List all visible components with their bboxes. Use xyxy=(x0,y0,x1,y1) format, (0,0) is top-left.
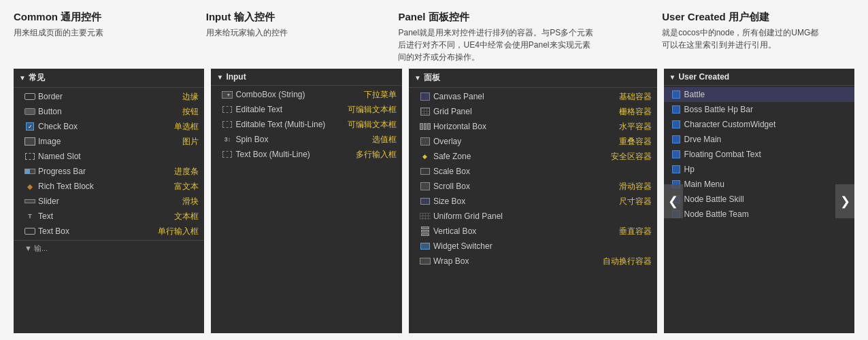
item-hp[interactable]: Hp xyxy=(664,162,854,177)
user-created-panel-title: User Created xyxy=(678,72,729,82)
item-editable-text-multi[interactable]: Editable Text (Multi-Line) 可编辑文本框 xyxy=(211,117,401,132)
item-checkbox[interactable]: ✓ Check Box 单选框 xyxy=(14,119,204,134)
image-label: Image xyxy=(38,137,180,146)
editable-text-cn: 可编辑文本框 xyxy=(348,104,397,116)
item-textbox[interactable]: Text Box 单行输入框 xyxy=(14,224,204,239)
common-panel-title: 常见 xyxy=(29,72,45,84)
item-uniform-grid[interactable]: Uniform Grid Panel xyxy=(409,209,657,224)
item-textbox-multi[interactable]: Text Box (Multi-Line) 多行输入框 xyxy=(211,147,401,162)
common-panel-body: Border 边缘 Button 按钮 ✓ Check Box 单选框 Imag… xyxy=(14,88,204,256)
spinbox-cn: 选值框 xyxy=(372,134,397,146)
item-drve-main[interactable]: Drve Main xyxy=(664,132,854,147)
size-box-icon xyxy=(420,197,431,206)
character-custom-label: Character CustomWidget xyxy=(684,120,849,129)
slider-cn: 滑块 xyxy=(182,196,199,207)
item-size-box[interactable]: Size Box 尺寸容器 xyxy=(409,194,657,209)
user-created-desc: 就是cocos中的node，所有创建过的UMG都可以在这里索引到并进行引用。 xyxy=(662,27,825,51)
slider-label: Slider xyxy=(38,197,180,206)
top-section: Common 通用控件 用来组成页面的主要元素 Input 输入控件 用来给玩家… xyxy=(0,0,868,69)
item-wrap-box[interactable]: Wrap Box 自动换行容器 xyxy=(409,254,657,269)
wrap-box-cn: 自动换行容器 xyxy=(603,256,652,267)
input-panel-body: ▼ ComboBox (String) 下拉菜单 Editable Text 可… xyxy=(211,86,401,163)
item-slider[interactable]: Slider 滑块 xyxy=(14,194,204,209)
item-combobox[interactable]: ▼ ComboBox (String) 下拉菜单 xyxy=(211,87,401,102)
item-main-menu[interactable]: Main Menu xyxy=(664,177,854,192)
item-named-slot[interactable]: Named Slot xyxy=(14,149,204,164)
common-title: Common 通用控件 xyxy=(14,11,193,24)
scale-box-icon xyxy=(420,167,431,176)
user-created-category: User Created 用户创建 就是cocos中的node，所有创建过的UM… xyxy=(662,11,854,63)
item-border[interactable]: Border 边缘 xyxy=(14,89,204,104)
item-grid-panel[interactable]: Grid Panel 栅格容器 xyxy=(409,104,657,119)
panel-items-title: 面板 xyxy=(424,72,440,84)
combobox-cn: 下拉菜单 xyxy=(364,89,397,101)
user-created-title: User Created 用户创建 xyxy=(662,11,841,24)
node-battle-skill-label: Node Battle Skill xyxy=(684,194,849,204)
item-horizontal-box[interactable]: Horizontal Box 水平容器 xyxy=(409,119,657,134)
item-rich-text[interactable]: ◆ Rich Text Block 富文本 xyxy=(14,179,204,194)
item-node-battle-skill[interactable]: Node Battle Skill xyxy=(664,192,854,207)
named-slot-label: Named Slot xyxy=(38,152,196,161)
boss-battle-label: Boss Battle Hp Bar xyxy=(684,105,849,114)
item-scale-box[interactable]: Scale Box xyxy=(409,164,657,179)
user-created-triangle-icon: ▼ xyxy=(669,73,676,81)
nav-arrow-right[interactable]: ❯ xyxy=(835,184,854,218)
border-label: Border xyxy=(38,92,180,101)
node-battle-team-label: Node Battle Team xyxy=(684,209,849,219)
canvas-panel-cn: 基础容器 xyxy=(619,91,652,103)
item-character-custom[interactable]: Character CustomWidget xyxy=(664,117,854,132)
item-canvas-panel[interactable]: Canvas Panel 基础容器 xyxy=(409,89,657,104)
textbox-label: Text Box xyxy=(38,226,155,236)
item-node-battle-team[interactable]: Node Battle Team xyxy=(664,207,854,222)
progress-bar-icon xyxy=(24,167,35,176)
item-floating-combat[interactable]: Floating Combat Text xyxy=(664,147,854,162)
safe-zone-label: Safe Zone xyxy=(433,152,608,161)
item-boss-battle[interactable]: Boss Battle Hp Bar xyxy=(664,102,854,117)
item-vertical-box[interactable]: Vertical Box 垂直容器 xyxy=(409,224,657,239)
scale-box-label: Scale Box xyxy=(433,167,649,176)
vertical-box-label: Vertical Box xyxy=(433,226,616,236)
textbox-multi-cn: 多行输入框 xyxy=(356,149,397,160)
border-cn: 边缘 xyxy=(182,91,199,103)
spinbox-icon: 3↕ xyxy=(222,135,233,144)
more-label: ▼ 输... xyxy=(24,243,199,254)
widget-switcher-label: Widget Switcher xyxy=(433,241,649,251)
item-more[interactable]: ▼ 输... xyxy=(14,240,204,255)
main-menu-label: Main Menu xyxy=(684,180,849,189)
textbox-multi-label: Text Box (Multi-Line) xyxy=(235,150,352,159)
item-safe-zone[interactable]: ◆ Safe Zone 安全区容器 xyxy=(409,149,657,164)
text-cn: 文本框 xyxy=(174,211,199,222)
vertical-box-cn: 垂直容器 xyxy=(619,226,652,237)
common-category: Common 通用控件 用来组成页面的主要元素 xyxy=(14,11,206,63)
scroll-box-icon xyxy=(420,182,431,191)
item-scroll-box[interactable]: Scroll Box 滑动容器 xyxy=(409,179,657,194)
wrap-box-icon xyxy=(420,256,431,266)
user-created-panel-header: ▼ User Created xyxy=(664,69,854,86)
item-progress-bar[interactable]: Progress Bar 进度条 xyxy=(14,164,204,179)
panel-items-panel: ▼ 面板 Canvas Panel 基础容器 Grid Panel 栅格容器 H… xyxy=(409,69,657,333)
editable-text-multi-icon xyxy=(222,120,233,129)
border-icon xyxy=(24,92,35,101)
item-widget-switcher[interactable]: Widget Switcher xyxy=(409,239,657,254)
safe-zone-icon: ◆ xyxy=(420,152,431,161)
item-battle[interactable]: Battle xyxy=(664,87,854,102)
size-box-label: Size Box xyxy=(433,197,616,206)
input-title: Input 输入控件 xyxy=(206,11,385,24)
common-panel-header: ▼ 常见 xyxy=(14,69,204,88)
item-text[interactable]: T Text 文本框 xyxy=(14,209,204,224)
item-button[interactable]: Button 按钮 xyxy=(14,104,204,119)
textbox-multi-icon xyxy=(222,150,233,159)
named-slot-icon xyxy=(24,152,35,161)
editable-text-multi-cn: 可编辑文本框 xyxy=(348,119,397,131)
checkbox-icon: ✓ xyxy=(24,122,35,131)
item-overlay[interactable]: Overlay 重叠容器 xyxy=(409,134,657,149)
scroll-box-cn: 滑动容器 xyxy=(619,181,652,192)
grid-panel-label: Grid Panel xyxy=(433,107,616,116)
battle-label: Battle xyxy=(684,90,849,99)
item-editable-text[interactable]: Editable Text 可编辑文本框 xyxy=(211,102,401,117)
item-spinbox[interactable]: 3↕ Spin Box 选值框 xyxy=(211,132,401,147)
item-image[interactable]: Image 图片 xyxy=(14,134,204,149)
progress-bar-cn: 进度条 xyxy=(174,166,199,177)
image-cn: 图片 xyxy=(182,136,199,148)
nav-arrow-left[interactable]: ❮ xyxy=(664,184,683,218)
